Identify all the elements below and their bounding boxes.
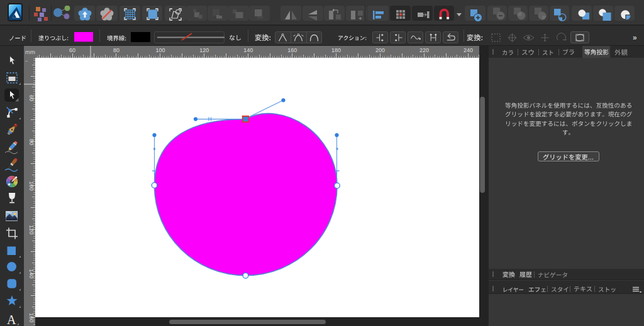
svg-text:80: 80	[113, 47, 119, 53]
svg-text:80: 80	[28, 139, 35, 145]
svg-text:~: ~	[25, 58, 28, 64]
svg-text:200: 200	[375, 47, 385, 53]
svg-text:120: 120	[28, 225, 35, 234]
svg-text:140: 140	[243, 47, 253, 53]
svg-text:120: 120	[199, 47, 209, 53]
svg-text:60: 60	[28, 95, 35, 101]
svg-text:220: 220	[419, 47, 429, 53]
svg-text:100: 100	[28, 181, 35, 190]
svg-text:240: 240	[464, 47, 473, 53]
svg-text:160: 160	[287, 47, 297, 53]
svg-text:60: 60	[69, 47, 75, 53]
svg-text:180: 180	[331, 47, 341, 53]
svg-text:160: 160	[28, 313, 35, 322]
svg-text:100: 100	[155, 47, 165, 53]
svg-text:140: 140	[28, 269, 35, 278]
svg-text:mm: mm	[25, 48, 35, 55]
